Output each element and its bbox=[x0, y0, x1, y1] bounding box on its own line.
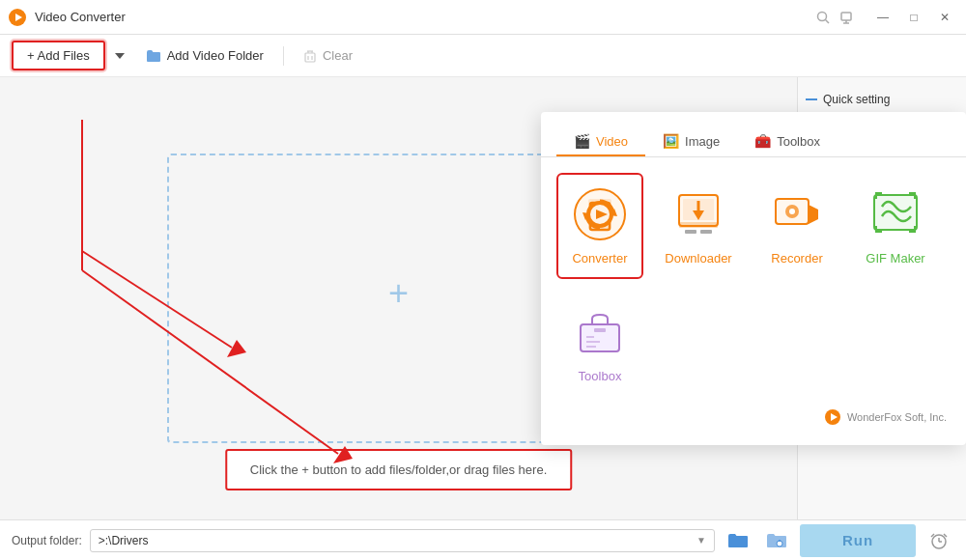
close-button[interactable]: ✕ bbox=[931, 7, 958, 28]
titlebar: Video Converter — □ ✕ bbox=[0, 0, 966, 35]
image-tab-label: Image bbox=[685, 134, 720, 149]
gif-maker-label: GIF Maker bbox=[866, 251, 924, 266]
recorder-label: Recorder bbox=[771, 251, 822, 266]
folder-open-icon bbox=[727, 532, 749, 549]
tab-toolbox[interactable]: 🧰 Toolbox bbox=[737, 127, 838, 156]
downloader-item[interactable]: Downloader bbox=[655, 173, 742, 279]
popup-branding: WonderFox Soft, Inc. bbox=[541, 397, 966, 426]
tab-video[interactable]: 🎬 Video bbox=[556, 127, 645, 156]
svg-point-49 bbox=[789, 209, 795, 214]
svg-point-2 bbox=[818, 12, 827, 20]
app-selector-popup: 🎬 Video 🖼️ Image 🧰 Toolbox bbox=[541, 112, 966, 445]
app-logo bbox=[8, 8, 27, 27]
svg-rect-8 bbox=[305, 53, 315, 62]
settings-folder-icon bbox=[766, 532, 787, 549]
maximize-button[interactable]: □ bbox=[900, 7, 927, 28]
svg-rect-4 bbox=[841, 13, 851, 20]
add-folder-button[interactable]: Add Video Folder bbox=[134, 42, 275, 69]
toolbox-tab-icon: 🧰 bbox=[754, 133, 771, 149]
main-area: + Click the + button to add files/folder… bbox=[0, 77, 966, 519]
video-tab-label: Video bbox=[596, 134, 628, 149]
minimize-button[interactable]: — bbox=[869, 7, 896, 28]
toolbar-divider bbox=[283, 46, 284, 66]
browse-folder-button[interactable] bbox=[723, 525, 753, 556]
drop-hint: Click the + button to add files/folder,o… bbox=[225, 449, 572, 490]
svg-rect-53 bbox=[586, 336, 594, 338]
svg-rect-52 bbox=[594, 328, 606, 332]
toolbox-tab-label: Toolbox bbox=[777, 134, 820, 149]
recorder-item[interactable]: Recorder bbox=[753, 173, 840, 279]
add-files-button[interactable]: + Add Files bbox=[12, 41, 105, 70]
svg-rect-55 bbox=[586, 346, 596, 348]
dropdown-chevron-icon[interactable] bbox=[115, 51, 125, 61]
video-tab-icon: 🎬 bbox=[574, 133, 590, 149]
bottombar: Output folder: >:\Drivers ▼ Run bbox=[0, 519, 966, 560]
output-path-text: >:\Drivers bbox=[99, 534, 696, 547]
svg-rect-45 bbox=[700, 230, 712, 234]
popup-tabs: 🎬 Video 🖼️ Image 🧰 Toolbox bbox=[541, 127, 966, 157]
toolbox-icon bbox=[573, 305, 627, 359]
svg-marker-47 bbox=[809, 205, 818, 224]
wonderfox-logo bbox=[824, 408, 841, 426]
quick-setting-label: Quick setting bbox=[806, 89, 958, 106]
toolbox-item[interactable]: Toolbox bbox=[556, 291, 643, 397]
folder-icon bbox=[146, 49, 161, 63]
recorder-icon bbox=[770, 187, 824, 241]
gif-maker-icon bbox=[868, 187, 923, 241]
gif-maker-item[interactable]: GIF Maker bbox=[852, 173, 939, 279]
output-path-chevron: ▼ bbox=[696, 535, 706, 546]
alarm-icon bbox=[928, 530, 950, 551]
svg-rect-50 bbox=[874, 195, 917, 230]
converter-label: Converter bbox=[572, 251, 627, 266]
image-tab-icon: 🖼️ bbox=[663, 133, 679, 149]
output-path[interactable]: >:\Drivers ▼ bbox=[90, 529, 715, 552]
toolbar: + Add Files Add Video Folder Clear bbox=[0, 35, 966, 77]
svg-rect-43 bbox=[679, 222, 718, 228]
popup-grid: Converter Downloader bbox=[541, 173, 966, 397]
converter-icon bbox=[573, 187, 627, 241]
notification-icon[interactable] bbox=[838, 10, 854, 25]
app-title: Video Converter bbox=[35, 10, 815, 24]
svg-line-3 bbox=[826, 19, 830, 23]
clear-icon bbox=[303, 49, 317, 63]
drop-plus-icon: + bbox=[388, 273, 409, 314]
window-controls: — □ ✕ bbox=[869, 7, 958, 28]
alarm-button[interactable] bbox=[923, 525, 954, 556]
converter-item[interactable]: Converter bbox=[556, 173, 643, 279]
downloader-icon bbox=[671, 187, 725, 241]
output-options-button[interactable] bbox=[761, 525, 792, 556]
run-button[interactable]: Run bbox=[800, 524, 916, 557]
toolbox-label: Toolbox bbox=[579, 369, 622, 383]
downloader-label: Downloader bbox=[665, 251, 731, 266]
search-icon[interactable] bbox=[815, 10, 831, 25]
tab-image[interactable]: 🖼️ Image bbox=[645, 127, 737, 156]
svg-rect-44 bbox=[685, 230, 696, 234]
svg-marker-7 bbox=[115, 53, 125, 59]
clear-button[interactable]: Clear bbox=[292, 42, 364, 69]
svg-rect-54 bbox=[586, 341, 600, 343]
output-label: Output folder: bbox=[12, 534, 82, 547]
